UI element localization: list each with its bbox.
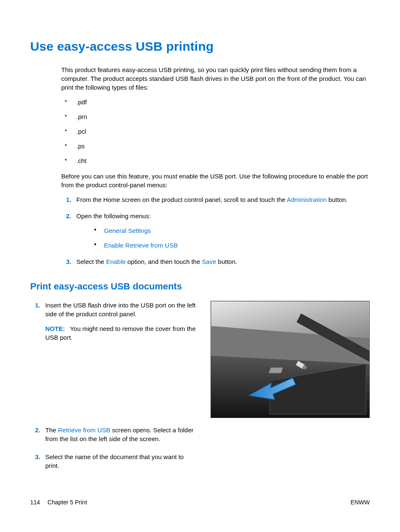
ui-term-general-settings: General Settings — [104, 227, 151, 234]
list-item: General Settings — [91, 226, 370, 235]
ui-term-save: Save — [202, 258, 216, 265]
usb-port-illustration — [210, 301, 370, 418]
list-item: .ps — [61, 142, 370, 150]
menu-list: General Settings Enable Retrieve from US… — [91, 226, 370, 250]
list-item: Enable Retrieve from USB — [91, 241, 370, 250]
note: NOTE: You might need to remove the cover… — [45, 324, 199, 342]
ui-term-retrieve-usb: Retrieve from USB — [58, 426, 110, 434]
list-item: Insert the USB flash drive into the USB … — [30, 301, 199, 342]
print-steps-cont: The Retrieve from USB screen opens. Sele… — [30, 426, 199, 470]
ui-term-enable: Enable — [106, 258, 126, 265]
enable-intro: Before you can use this feature, you mus… — [61, 172, 370, 189]
enable-steps: From the Home screen on the product cont… — [61, 195, 370, 266]
list-item: .pcl — [61, 127, 370, 136]
lang-code: ENWW — [351, 498, 370, 507]
list-item: The Retrieve from USB screen opens. Sele… — [30, 426, 199, 443]
list-item: Open the following menus: General Settin… — [61, 212, 370, 250]
svg-rect-5 — [268, 367, 283, 373]
file-types-list: .pdf .prn .pcl .ps .cht — [61, 98, 370, 165]
intro-paragraph: This product features easy-access USB pr… — [61, 65, 370, 92]
list-item: .pdf — [61, 98, 370, 106]
note-label: NOTE: — [45, 325, 65, 332]
page-title: Use easy-access USB printing — [30, 38, 370, 55]
print-steps: Insert the USB flash drive into the USB … — [30, 301, 199, 342]
chapter-label: Chapter 5 Print — [47, 498, 87, 507]
section-subhead: Print easy-access USB documents — [30, 280, 370, 293]
ui-term-enable-retrieve: Enable Retrieve from USB — [104, 242, 178, 249]
list-item: From the Home screen on the product cont… — [61, 195, 370, 204]
page-footer: 114 Chapter 5 Print ENWW — [30, 498, 370, 507]
page-number: 114 — [30, 498, 40, 507]
list-item: .cht — [61, 156, 370, 165]
ui-term-administration: Administration — [287, 196, 327, 203]
list-item: Select the Enable option, and then touch… — [61, 257, 370, 266]
list-item: .prn — [61, 112, 370, 121]
list-item: Select the name of the document that you… — [30, 452, 199, 470]
